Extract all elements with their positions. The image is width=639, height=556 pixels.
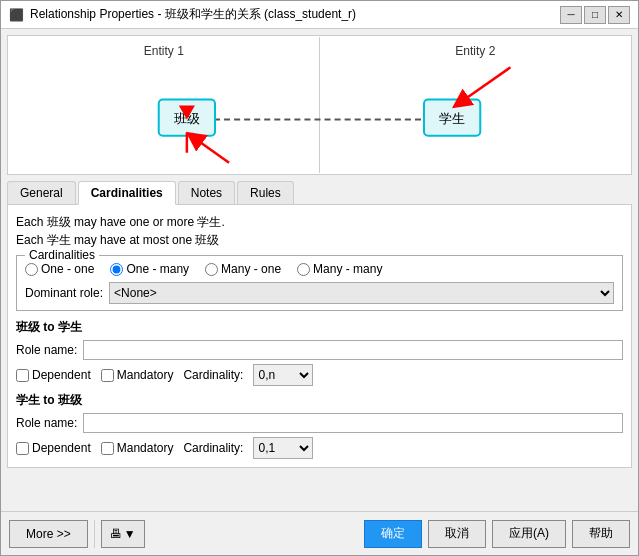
section1-checkbox-row: Dependent Mandatory Cardinality: 0,n — [16, 364, 623, 386]
minimize-button[interactable]: ─ — [560, 6, 582, 24]
cardinalities-group: Cardinalities One - one One - many Ma — [16, 255, 623, 311]
dominant-role-select[interactable]: <None> — [109, 282, 614, 304]
ok-label: 确定 — [381, 526, 405, 540]
cardinality-radio-row: One - one One - many Many - one Man — [25, 262, 614, 276]
section1-role-input[interactable] — [83, 340, 623, 360]
section1-mandatory[interactable]: Mandatory — [101, 368, 174, 382]
section2-cardinality-label: Cardinality: — [183, 441, 243, 455]
svg-text:学生: 学生 — [439, 111, 465, 126]
radio-many-many-label: Many - many — [313, 262, 382, 276]
tab-content: Each 班级 may have one or more 学生. Each 学生… — [7, 205, 632, 468]
close-button[interactable]: ✕ — [608, 6, 630, 24]
entity-diagram: Entity 1 Entity 2 班级 学生 — [7, 35, 632, 175]
more-button[interactable]: More >> — [9, 520, 88, 548]
section2-checkbox-row: Dependent Mandatory Cardinality: 0,1 — [16, 437, 623, 459]
tab-rules[interactable]: Rules — [237, 181, 294, 204]
help-button[interactable]: 帮助 — [572, 520, 630, 548]
section2-role-input[interactable] — [83, 413, 623, 433]
maximize-button[interactable]: □ — [584, 6, 606, 24]
section2-cardinality-select[interactable]: 0,1 — [253, 437, 313, 459]
print-button[interactable]: 🖶 ▼ — [101, 520, 145, 548]
bottom-right: 确定 取消 应用(A) 帮助 — [364, 520, 630, 548]
print-dropdown-icon: ▼ — [124, 527, 136, 541]
tabs-bar: General Cardinalities Notes Rules — [7, 181, 632, 205]
diagram-svg: Entity 1 Entity 2 班级 学生 — [8, 36, 631, 174]
section2-dependent-check[interactable] — [16, 442, 29, 455]
section2-dependent-label: Dependent — [32, 441, 91, 455]
dominant-row: Dominant role: <None> — [25, 282, 614, 304]
section2-dependent[interactable]: Dependent — [16, 441, 91, 455]
section2-title: 学生 to 班级 — [16, 392, 623, 409]
tab-notes[interactable]: Notes — [178, 181, 235, 204]
radio-one-one-input[interactable] — [25, 263, 38, 276]
main-window: ⬛ Relationship Properties - 班级和学生的关系 (cl… — [0, 0, 639, 556]
section1-cardinality-select[interactable]: 0,n — [253, 364, 313, 386]
section1-cardinality-label: Cardinality: — [183, 368, 243, 382]
dominant-role-label: Dominant role: — [25, 286, 103, 300]
section1-role-row: Role name: — [16, 340, 623, 360]
cardinalities-legend: Cardinalities — [25, 248, 99, 262]
help-label: 帮助 — [589, 526, 613, 540]
print-icon: 🖶 — [110, 527, 122, 541]
section1-title: 班级 to 学生 — [16, 319, 623, 336]
radio-many-one-input[interactable] — [205, 263, 218, 276]
radio-one-many-label: One - many — [126, 262, 189, 276]
tab-general[interactable]: General — [7, 181, 76, 204]
desc-line1: Each 班级 may have one or more 学生. — [16, 213, 623, 231]
svg-text:Entity 2: Entity 2 — [455, 44, 495, 58]
radio-many-many[interactable]: Many - many — [297, 262, 382, 276]
title-bar: ⬛ Relationship Properties - 班级和学生的关系 (cl… — [1, 1, 638, 29]
svg-text:Entity 1: Entity 1 — [144, 44, 184, 58]
desc-line2: Each 学生 may have at most one 班级 — [16, 231, 623, 249]
window-icon: ⬛ — [9, 8, 24, 22]
section2-mandatory-label: Mandatory — [117, 441, 174, 455]
cancel-button[interactable]: 取消 — [428, 520, 486, 548]
section1-dependent[interactable]: Dependent — [16, 368, 91, 382]
svg-line-13 — [194, 138, 229, 163]
cancel-label: 取消 — [445, 526, 469, 540]
section1-mandatory-check[interactable] — [101, 369, 114, 382]
section1-dependent-label: Dependent — [32, 368, 91, 382]
bottom-left: More >> 🖶 ▼ — [9, 520, 145, 548]
section2-role-label: Role name: — [16, 416, 77, 430]
ok-button[interactable]: 确定 — [364, 520, 422, 548]
more-label: More >> — [26, 527, 71, 541]
apply-label: 应用(A) — [509, 526, 549, 540]
radio-one-one-label: One - one — [41, 262, 94, 276]
title-bar-left: ⬛ Relationship Properties - 班级和学生的关系 (cl… — [9, 6, 356, 23]
section2: 学生 to 班级 Role name: Dependent Mandatory — [16, 392, 623, 459]
svg-line-10 — [460, 67, 510, 102]
tab-cardinalities[interactable]: Cardinalities — [78, 181, 176, 205]
section1-role-label: Role name: — [16, 343, 77, 357]
section1-dependent-check[interactable] — [16, 369, 29, 382]
content-area: Entity 1 Entity 2 班级 学生 — [1, 29, 638, 511]
radio-many-many-input[interactable] — [297, 263, 310, 276]
section2-mandatory[interactable]: Mandatory — [101, 441, 174, 455]
radio-many-one[interactable]: Many - one — [205, 262, 281, 276]
radio-many-one-label: Many - one — [221, 262, 281, 276]
bottom-bar: More >> 🖶 ▼ 确定 取消 应用(A) 帮助 — [1, 511, 638, 555]
section2-role-row: Role name: — [16, 413, 623, 433]
description-text: Each 班级 may have one or more 学生. Each 学生… — [16, 213, 623, 249]
radio-one-many[interactable]: One - many — [110, 262, 189, 276]
window-title: Relationship Properties - 班级和学生的关系 (clas… — [30, 6, 356, 23]
apply-button[interactable]: 应用(A) — [492, 520, 566, 548]
section1-mandatory-label: Mandatory — [117, 368, 174, 382]
section2-mandatory-check[interactable] — [101, 442, 114, 455]
separator1 — [94, 520, 95, 548]
radio-one-many-input[interactable] — [110, 263, 123, 276]
tabs-container: General Cardinalities Notes Rules Each 班… — [7, 179, 632, 468]
radio-one-one[interactable]: One - one — [25, 262, 94, 276]
section1: 班级 to 学生 Role name: Dependent Mandatory — [16, 319, 623, 386]
title-bar-controls: ─ □ ✕ — [560, 6, 630, 24]
diagram-inner: Entity 1 Entity 2 班级 学生 — [8, 36, 631, 174]
